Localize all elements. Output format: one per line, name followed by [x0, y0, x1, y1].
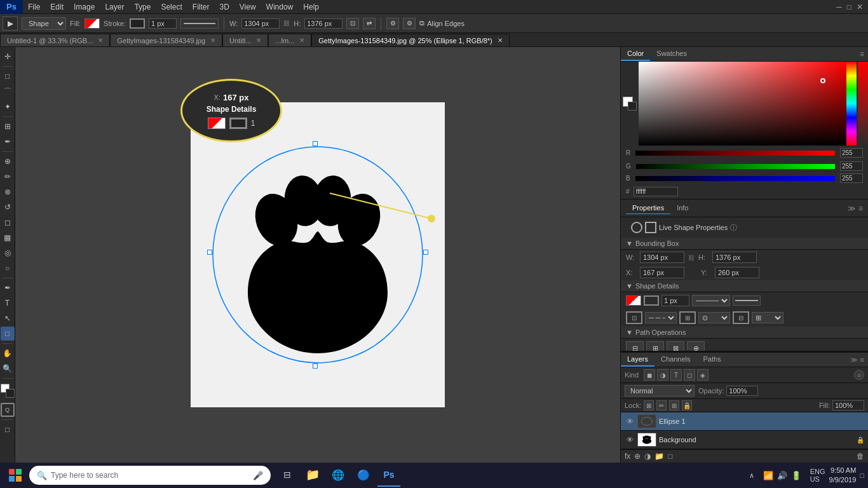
window-maximize[interactable]: □ — [847, 3, 851, 11]
fx-btn[interactable]: fx — [625, 452, 630, 461]
r-input[interactable] — [840, 148, 863, 158]
color-panel-menu[interactable]: ≡ — [860, 50, 864, 58]
blend-mode-select[interactable]: Normal — [625, 385, 695, 396]
color-gradient-picker[interactable] — [639, 62, 846, 146]
menu-3d[interactable]: 3D — [214, 0, 234, 13]
action-center-btn[interactable]: □ — [860, 471, 864, 479]
layer-background[interactable]: 👁 Background 🔒 — [621, 431, 868, 449]
lock-pixels-btn[interactable]: ⊠ — [644, 400, 654, 410]
align-btn[interactable]: ⊞ — [679, 311, 696, 324]
window-minimize[interactable]: ─ — [836, 3, 842, 11]
b-input[interactable] — [840, 173, 863, 183]
eyedropper-tool[interactable]: ✒ — [1, 135, 15, 149]
height-input[interactable] — [304, 18, 342, 29]
width-input[interactable] — [241, 18, 280, 29]
delete-layer-btn[interactable]: 🗑 — [857, 452, 864, 461]
stroke-width-input[interactable] — [149, 18, 177, 29]
tab-swatches[interactable]: Swatches — [650, 47, 693, 61]
style-btn[interactable]: ⊟ — [733, 311, 749, 324]
zoom-tool[interactable]: 🔍 — [1, 362, 15, 376]
align-select[interactable]: ⊙ — [698, 312, 730, 323]
hue-bar[interactable] — [846, 62, 857, 146]
show-hidden-icons[interactable]: ∧ — [749, 471, 754, 480]
clone-tool[interactable]: ⊗ — [1, 185, 15, 199]
quick-select-tool[interactable]: ✦ — [1, 100, 15, 114]
color-swatches[interactable] — [1, 384, 15, 398]
menu-edit[interactable]: Edit — [45, 0, 69, 13]
alpha-bar[interactable] — [858, 62, 868, 146]
crop-tool[interactable]: ⊞ — [1, 119, 15, 133]
adj-layer-btn[interactable]: ◑ — [644, 452, 651, 461]
shape-details-header[interactable]: ▼ Shape Details — [621, 280, 868, 292]
menu-select[interactable]: Select — [156, 0, 187, 13]
group-btn[interactable]: 📁 — [654, 452, 664, 461]
taskbar-edge[interactable]: 🌐 — [327, 464, 349, 487]
canvas-area[interactable]: X: 167 px Shape Details 1 — [15, 47, 620, 463]
g-input[interactable] — [840, 161, 863, 171]
volume-icon[interactable]: 🔊 — [777, 471, 787, 480]
start-button[interactable] — [4, 464, 27, 487]
history-brush-tool[interactable]: ↺ — [1, 200, 15, 214]
y-field[interactable] — [715, 267, 759, 278]
move-tool[interactable]: ✛ — [1, 50, 15, 64]
dodge-tool[interactable]: ○ — [1, 261, 15, 275]
menu-help[interactable]: Help — [298, 0, 324, 13]
link-icon[interactable]: ⛓ — [688, 254, 695, 261]
quick-mask[interactable]: Q — [1, 403, 15, 417]
fill-input[interactable] — [832, 400, 864, 410]
taskbar-search[interactable]: 🔍 Type here to search 🎤 — [29, 466, 271, 485]
menu-window[interactable]: Window — [261, 0, 299, 13]
hand-tool[interactable]: ✋ — [1, 346, 15, 360]
prop-menu[interactable]: ≡ — [858, 204, 863, 213]
fg-bg-colors[interactable] — [623, 97, 637, 111]
shape-fill-thumb[interactable] — [626, 295, 641, 306]
shape-tool[interactable]: □ — [1, 327, 15, 341]
settings-btn[interactable]: ⚙ — [403, 18, 416, 29]
fill-color[interactable] — [85, 18, 100, 29]
tab-getty1[interactable]: GettyImages-131584349.jpg✕ — [110, 34, 222, 46]
tab-untitl[interactable]: Untitl...✕ — [222, 34, 268, 46]
eraser-tool[interactable]: ◻ — [1, 215, 15, 229]
opacity-input[interactable] — [726, 386, 758, 396]
taskbar-photoshop[interactable]: Ps — [377, 464, 400, 487]
blur-tool[interactable]: ◎ — [1, 246, 15, 260]
stroke-width-field[interactable] — [661, 295, 689, 306]
visibility-bg[interactable]: 👁 — [625, 435, 635, 445]
tab-info[interactable]: Info — [670, 202, 695, 214]
menu-file[interactable]: File — [23, 0, 45, 13]
lock-artboard-btn[interactable]: ⊞ — [669, 400, 679, 410]
filter-adj-icon[interactable]: ◑ — [657, 369, 668, 381]
filter-type-icon[interactable]: T — [670, 369, 682, 381]
tab-getty2[interactable]: GettyImages-131584349.jpg @ 25% (Ellipse… — [311, 34, 509, 46]
path-ops-header[interactable]: ▼ Path Operations — [621, 327, 868, 339]
battery-icon[interactable]: 🔋 — [791, 471, 801, 480]
lasso-tool[interactable]: ⌒ — [1, 85, 15, 98]
marquee-tool[interactable]: □ — [1, 69, 15, 83]
menu-filter[interactable]: Filter — [187, 0, 215, 13]
path-op-add[interactable]: ⊞ — [646, 341, 664, 351]
pen-tool[interactable]: ✒ — [1, 281, 15, 295]
hex-input[interactable] — [634, 187, 678, 196]
shape-stroke-thumb[interactable] — [644, 295, 659, 306]
add-mask-btn[interactable]: ⊕ — [634, 452, 641, 461]
mic-icon[interactable]: 🎤 — [253, 471, 263, 480]
w-field[interactable] — [640, 252, 684, 263]
tab-lm[interactable]: ...lm...✕ — [268, 34, 311, 46]
x-field[interactable] — [640, 267, 684, 278]
brush-tool[interactable]: ✏ — [1, 170, 15, 184]
language-badge[interactable]: ENGUS — [810, 468, 825, 483]
style-select[interactable]: ⊞ — [752, 312, 783, 323]
stroke-color[interactable] — [130, 18, 145, 29]
tab-untitled1[interactable]: Untitled-1 @ 33.3% (RGB...✕ — [0, 34, 110, 46]
type-tool[interactable]: T — [1, 296, 15, 310]
chain-icon[interactable]: ⛓ — [283, 20, 290, 27]
tab-properties[interactable]: Properties — [626, 202, 670, 214]
tab-paths[interactable]: Paths — [697, 353, 728, 367]
path-op-intersect[interactable]: ⊕ — [687, 341, 705, 351]
lock-all-btn[interactable]: 🔒 — [682, 400, 692, 410]
menu-image[interactable]: Image — [69, 0, 100, 13]
live-shape-info-icon[interactable]: ⓘ — [730, 223, 737, 233]
taskbar-chrome[interactable]: 🔵 — [352, 464, 375, 487]
prop-expand[interactable]: ≫ — [848, 204, 856, 213]
handle-middle-left[interactable] — [207, 250, 212, 255]
